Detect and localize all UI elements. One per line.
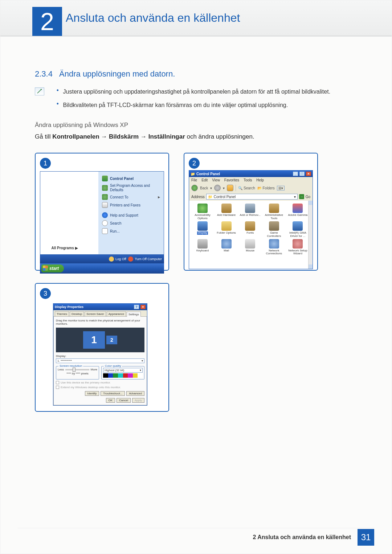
maximize-button[interactable]: □ <box>299 172 305 176</box>
network-icon <box>269 239 279 249</box>
cp-item-add-hardware[interactable]: Add Hardware <box>215 204 238 220</box>
up-button[interactable] <box>227 185 233 191</box>
tab-appearance[interactable]: Appearance <box>107 311 126 316</box>
start-menu-footer: Log Off Turn Off Computer <box>40 255 164 263</box>
connect-icon <box>102 194 108 200</box>
step3-panel: 3 Display Properties ? × Themes Desktop … <box>35 283 169 412</box>
start-menu-search[interactable]: Search <box>101 219 162 227</box>
menu-view[interactable]: View <box>212 178 220 182</box>
cp-item-folder-options[interactable]: Folder Options <box>215 221 238 238</box>
dialog-titlebar: Display Properties ? × <box>53 304 147 310</box>
primary-monitor-checkbox[interactable]: Use this device as the primary monitor. <box>56 381 144 384</box>
ok-button[interactable]: OK <box>106 398 115 403</box>
log-off-button[interactable]: Log Off <box>109 257 126 262</box>
cp-item-add-remove[interactable]: Add or Remov... <box>239 204 261 220</box>
note-icon <box>35 87 44 95</box>
chapter-number: 2 <box>40 7 54 36</box>
menu-favorites[interactable]: Favorites <box>224 178 239 182</box>
search-icon <box>102 220 108 226</box>
turn-off-button[interactable]: Turn Off Computer <box>128 257 162 262</box>
search-button[interactable]: 🔍 Search <box>238 186 255 190</box>
chapter-header: 2 Ansluta och använda en källenhet <box>0 0 392 37</box>
logoff-icon <box>109 257 114 262</box>
start-menu-control-panel[interactable]: Control Panel <box>101 175 162 182</box>
sub-heading: Ändra upplösning på Windows XP <box>35 122 357 129</box>
cancel-button[interactable]: Cancel <box>117 398 131 403</box>
close-button[interactable]: × <box>306 172 311 176</box>
start-menu-connect-to[interactable]: Connect To▶ <box>101 193 162 201</box>
identify-button[interactable]: Identify <box>85 391 99 396</box>
close-button[interactable]: × <box>140 305 146 309</box>
screen-resolution-group: Screen resolution Less More **** by ****… <box>56 366 99 379</box>
folders-button[interactable]: 📂 Folders <box>257 186 275 190</box>
taskbar: start <box>40 263 164 274</box>
cp-item-mail[interactable]: Mail <box>215 239 238 255</box>
help-button[interactable]: ? <box>134 305 139 309</box>
color-quality-dropdown[interactable]: Highest (32 bit)▾ <box>103 368 143 373</box>
cp-item-adobe-gamma[interactable]: Adobe Gamma <box>286 204 309 220</box>
minimize-button[interactable]: _ <box>293 172 298 176</box>
scrollbar[interactable] <box>308 201 313 269</box>
display-icon <box>197 221 208 231</box>
tab-desktop[interactable]: Desktop <box>70 311 84 316</box>
views-button[interactable]: ⊞▾ <box>277 186 285 190</box>
panels-row-2: 3 Display Properties ? × Themes Desktop … <box>35 283 357 412</box>
advanced-button[interactable]: Advanced <box>126 391 144 396</box>
cp-item-fonts[interactable]: Fonts <box>239 221 261 238</box>
start-menu-run[interactable]: Run... <box>101 227 162 235</box>
bullet-list: Justera upplösning och uppdateringshasti… <box>57 87 330 114</box>
cp-item-network-setup[interactable]: Network Setup Wizard <box>286 239 309 255</box>
extend-desktop-checkbox[interactable]: Extend my Windows desktop onto this moni… <box>56 386 144 389</box>
cp-item-game[interactable]: Game Controllers <box>263 221 285 238</box>
start-menu-printers-faxes[interactable]: Printers and Faxes <box>101 201 162 209</box>
all-programs[interactable]: All Programs ▶ <box>45 246 85 250</box>
troubleshoot-button[interactable]: Troubleshoot... <box>101 391 125 396</box>
tab-themes[interactable]: Themes <box>55 311 69 316</box>
tab-settings[interactable]: Settings <box>127 312 141 317</box>
menu-help[interactable]: Help <box>256 178 264 182</box>
monitor-1[interactable]: 1 <box>83 331 105 349</box>
monitor-arrangement[interactable]: 1 2 <box>56 328 144 352</box>
menu-tools[interactable]: Tools <box>244 178 252 182</box>
folder-options-icon <box>221 221 232 231</box>
start-menu-help[interactable]: Help and Support <box>101 211 162 219</box>
apply-button[interactable]: Apply <box>132 398 144 403</box>
control-panel-grid: Accessibility Options Add Hardware Add o… <box>189 201 313 269</box>
forward-button[interactable] <box>214 185 221 191</box>
tab-screensaver[interactable]: Screen Saver <box>85 311 106 316</box>
monitor-2[interactable]: 2 <box>106 336 117 344</box>
poweroff-icon <box>128 257 133 262</box>
resolution-slider[interactable] <box>65 369 89 370</box>
step2-panel: 2 📁 Control Panel _ □ × File Edit <box>184 153 318 271</box>
cp-item-display[interactable]: Display <box>191 221 214 238</box>
display-dropdown[interactable]: 1. **********▾ <box>56 358 144 363</box>
menu-file[interactable]: File <box>191 178 197 182</box>
start-menu: All Programs ▶ Control Panel Set Program… <box>40 171 164 255</box>
bullet-item: Bildkvaliteten på TFT-LCD-skärmar kan fö… <box>57 101 330 109</box>
cp-item-network-conn[interactable]: Network Connections <box>263 239 285 255</box>
cp-item-admin-tools[interactable]: Administrative Tools <box>263 204 285 220</box>
footer-chapter-text: 2 Ansluta och använda en källenhet <box>253 534 351 540</box>
run-icon <box>102 228 108 234</box>
step-badge: 1 <box>40 158 51 169</box>
menu-edit[interactable]: Edit <box>201 178 208 182</box>
menu-bar: File Edit View Favorites Tools Help <box>189 177 313 183</box>
toolbar: Back ▾ ▾ 🔍 Search 📂 Folders ⊞▾ <box>189 183 313 193</box>
start-button[interactable]: start <box>41 264 64 272</box>
dialog-aux-buttons: Identify Troubleshoot... Advanced <box>56 391 144 396</box>
bullet-item: Justera upplösning och uppdateringshasti… <box>57 87 330 96</box>
cp-item-keyboard[interactable]: Keyboard <box>191 239 214 255</box>
color-spectrum <box>103 373 143 378</box>
cp-item-accessibility[interactable]: Accessibility Options <box>191 204 214 220</box>
start-menu-screenshot: All Programs ▶ Control Panel Set Program… <box>40 171 164 266</box>
addremove-icon <box>245 204 255 213</box>
access-icon <box>102 185 108 191</box>
address-field[interactable]: 📁Control Panel▾ <box>206 194 298 200</box>
content: 2.3.4 Ändra upplösningen med datorn. Jus… <box>0 37 392 412</box>
cp-item-intel[interactable]: Intel(R) GMA Driver for ... <box>286 221 309 238</box>
cp-item-mouse[interactable]: Mouse <box>239 239 261 255</box>
back-button[interactable] <box>191 185 198 191</box>
intel-icon <box>293 221 303 231</box>
start-menu-set-program-access[interactable]: Set Program Access and Defaults <box>101 182 162 193</box>
go-button[interactable]: → <box>299 194 304 199</box>
